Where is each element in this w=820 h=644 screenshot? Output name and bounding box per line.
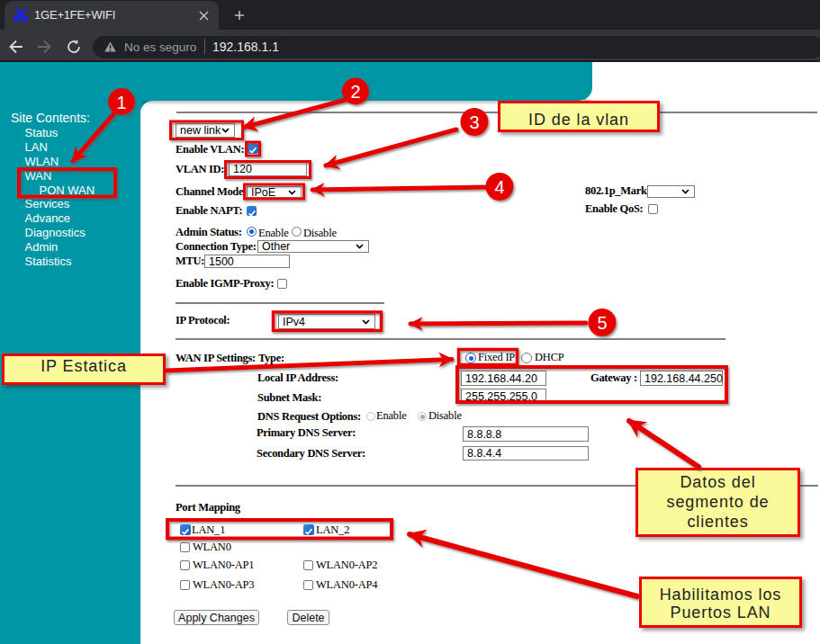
svg-text:4: 4 <box>494 177 504 197</box>
svg-text:2: 2 <box>350 82 360 102</box>
svg-text:5: 5 <box>597 313 607 333</box>
svg-text:1: 1 <box>116 93 126 112</box>
svg-text:3: 3 <box>469 112 479 132</box>
